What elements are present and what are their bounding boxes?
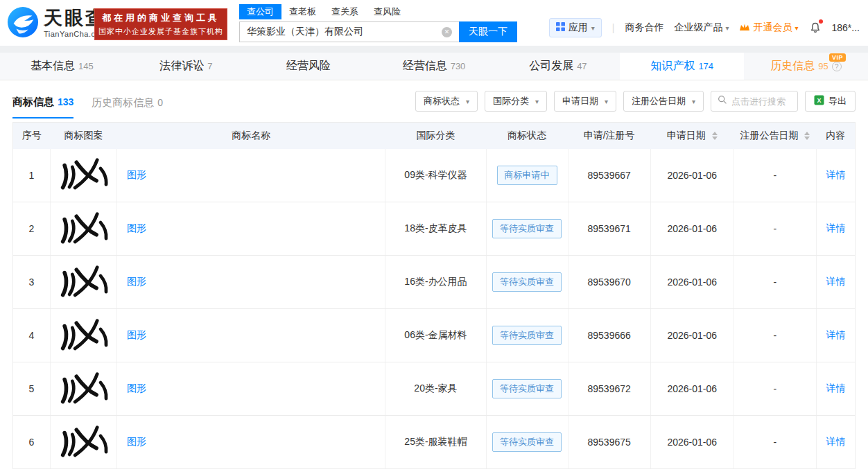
table-row: 1 图形 09类-科学仪器 商标申请中 89539667 2026-01-06 … bbox=[13, 149, 856, 202]
help-icon[interactable]: ? bbox=[832, 62, 842, 71]
trademark-image[interactable] bbox=[56, 207, 112, 248]
cell-class: 20类-家具 bbox=[385, 362, 486, 416]
cell-pub-date: - bbox=[734, 149, 816, 202]
search-tab-risk[interactable]: 查风险 bbox=[366, 4, 408, 19]
cell-apply-date: 2026-01-06 bbox=[650, 416, 734, 469]
header-separator bbox=[0, 46, 868, 53]
chevron-down-icon: ▾ bbox=[591, 24, 595, 32]
col-header-status: 商标状态 bbox=[486, 123, 568, 149]
tianyancha-logo[interactable]: 天眼查 TianYanCha.com bbox=[7, 6, 107, 41]
crown-icon bbox=[739, 22, 750, 33]
enterprise-product-label: 企业级产品 bbox=[674, 21, 722, 34]
trademark-name-link[interactable]: 图形 bbox=[127, 329, 146, 340]
search-button[interactable]: 天眼一下 bbox=[459, 21, 517, 42]
cell-regno: 89539666 bbox=[568, 309, 650, 362]
chevron-down-icon: ▾ bbox=[692, 98, 695, 105]
company-search-input[interactable] bbox=[239, 21, 459, 42]
filter-international-class[interactable]: 国际分类 ▾ bbox=[485, 91, 547, 112]
cell-apply-date: 2026-01-06 bbox=[650, 149, 734, 202]
trademark-name-link[interactable]: 图形 bbox=[127, 276, 146, 287]
detail-link[interactable]: 详情 bbox=[826, 276, 845, 287]
filter-publication-date[interactable]: 注册公告日期 ▾ bbox=[623, 91, 704, 112]
enterprise-product-menu[interactable]: 企业级产品 ▾ bbox=[674, 21, 729, 34]
detail-link[interactable]: 详情 bbox=[826, 222, 845, 234]
cell-apply-date: 2026-01-06 bbox=[650, 202, 734, 256]
search-tabs: 查公司 查老板 查关系 查风险 bbox=[239, 4, 517, 19]
export-button[interactable]: X 导出 bbox=[805, 91, 856, 112]
detail-link[interactable]: 详情 bbox=[826, 329, 845, 340]
notification-bell-icon[interactable] bbox=[809, 21, 822, 34]
trademark-name-link[interactable]: 图形 bbox=[127, 383, 146, 394]
cell-regno: 89539670 bbox=[568, 256, 650, 309]
detail-link[interactable]: 详情 bbox=[826, 169, 845, 180]
status-badge: 等待实质审查 bbox=[492, 379, 562, 398]
cell-apply-date: 2026-01-06 bbox=[650, 309, 734, 362]
status-badge: 等待实质审查 bbox=[492, 326, 562, 345]
header-divider: | bbox=[612, 22, 615, 33]
filter-apply-date[interactable]: 申请日期 ▾ bbox=[554, 91, 616, 112]
trademark-image[interactable] bbox=[56, 421, 112, 462]
cell-pub-date: - bbox=[734, 202, 816, 256]
filter-trademark-status[interactable]: 商标状态 ▾ bbox=[415, 91, 478, 112]
cell-class: 09类-科学仪器 bbox=[385, 149, 486, 202]
clear-icon[interactable]: ✕ bbox=[442, 27, 452, 37]
trademark-table: 序号 商标图案 商标名称 国际分类 商标状态 申请/注册号 申请日期 注册公告日… bbox=[12, 122, 856, 469]
table-search-input[interactable] bbox=[731, 96, 791, 107]
trademark-name-link[interactable]: 图形 bbox=[127, 436, 146, 447]
col-header-no: 序号 bbox=[13, 123, 51, 149]
user-account[interactable]: 186*... bbox=[832, 22, 860, 33]
col-header-name: 商标名称 bbox=[117, 123, 385, 149]
tab-intellectual-property[interactable]: 知识产权 174 bbox=[620, 53, 744, 80]
search-icon bbox=[718, 95, 727, 107]
trademark-image[interactable] bbox=[56, 154, 112, 195]
tab-operation-info[interactable]: 经营信息 730 bbox=[372, 53, 496, 80]
detail-link[interactable]: 详情 bbox=[826, 383, 845, 394]
col-header-regno: 申请/注册号 bbox=[568, 123, 650, 149]
subtab-history-trademark-info[interactable]: 历史商标信息 0 bbox=[92, 85, 163, 118]
logo-icon bbox=[7, 6, 39, 41]
cell-no: 1 bbox=[13, 149, 51, 202]
open-vip-menu[interactable]: 开通会员 ▾ bbox=[739, 21, 798, 34]
cell-pub-date: - bbox=[734, 362, 816, 416]
cell-class: 16类-办公用品 bbox=[385, 256, 486, 309]
cell-apply-date: 2026-01-06 bbox=[650, 256, 734, 309]
tab-history-info[interactable]: VIP 历史信息 95 ? bbox=[744, 53, 868, 80]
table-header-row: 序号 商标图案 商标名称 国际分类 商标状态 申请/注册号 申请日期 注册公告日… bbox=[13, 123, 856, 149]
subtab-trademark-info[interactable]: 商标信息 133 bbox=[12, 85, 73, 119]
cell-no: 4 bbox=[13, 309, 51, 362]
grid-icon bbox=[556, 22, 565, 33]
sort-icon[interactable] bbox=[804, 132, 810, 140]
status-badge: 等待实质审查 bbox=[492, 219, 562, 238]
cell-no: 6 bbox=[13, 416, 51, 469]
trademark-name-link[interactable]: 图形 bbox=[127, 169, 146, 180]
table-row: 2 图形 18类-皮革皮具 等待实质审查 89539671 2026-01-06… bbox=[13, 202, 856, 256]
notification-dot bbox=[819, 19, 823, 24]
sort-icon[interactable] bbox=[712, 132, 718, 140]
tab-operation-risk[interactable]: 经营风险 bbox=[248, 53, 372, 80]
status-badge: 等待实质审查 bbox=[492, 272, 562, 292]
search-tab-boss[interactable]: 查老板 bbox=[281, 4, 324, 19]
col-header-apply-date[interactable]: 申请日期 bbox=[650, 123, 734, 149]
header-right-menu: 应用 ▾ | 商务合作 企业级产品 ▾ 开通会员 ▾ 186*... bbox=[549, 18, 860, 37]
col-header-pub-date[interactable]: 注册公告日期 bbox=[734, 123, 816, 149]
tab-company-development[interactable]: 公司发展 47 bbox=[496, 53, 620, 80]
tab-legal-proceedings[interactable]: 法律诉讼 7 bbox=[124, 53, 248, 80]
table-search-box[interactable] bbox=[711, 91, 798, 112]
search-tab-company[interactable]: 查公司 bbox=[239, 4, 281, 19]
table-row: 4 图形 06类-金属材料 等待实质审查 89539666 2026-01-06… bbox=[13, 309, 856, 362]
apps-menu[interactable]: 应用 ▾ bbox=[549, 18, 602, 37]
search-tab-relation[interactable]: 查关系 bbox=[324, 4, 366, 19]
trademark-image[interactable] bbox=[56, 367, 112, 408]
table-row: 3 图形 16类-办公用品 等待实质审查 89539670 2026-01-06… bbox=[13, 256, 856, 309]
trademark-image[interactable] bbox=[56, 261, 112, 301]
open-vip-label: 开通会员 bbox=[753, 21, 792, 34]
tab-basic-info[interactable]: 基本信息 145 bbox=[0, 53, 124, 80]
trademark-image[interactable] bbox=[56, 314, 112, 355]
detail-link[interactable]: 详情 bbox=[826, 436, 845, 447]
promo-line1: 都在用的商业查询工具 bbox=[95, 12, 227, 24]
cell-class: 18类-皮革皮具 bbox=[385, 202, 486, 256]
chevron-down-icon: ▾ bbox=[535, 98, 539, 105]
cell-no: 2 bbox=[13, 202, 51, 256]
trademark-name-link[interactable]: 图形 bbox=[127, 222, 146, 234]
business-cooperation-link[interactable]: 商务合作 bbox=[625, 21, 663, 34]
